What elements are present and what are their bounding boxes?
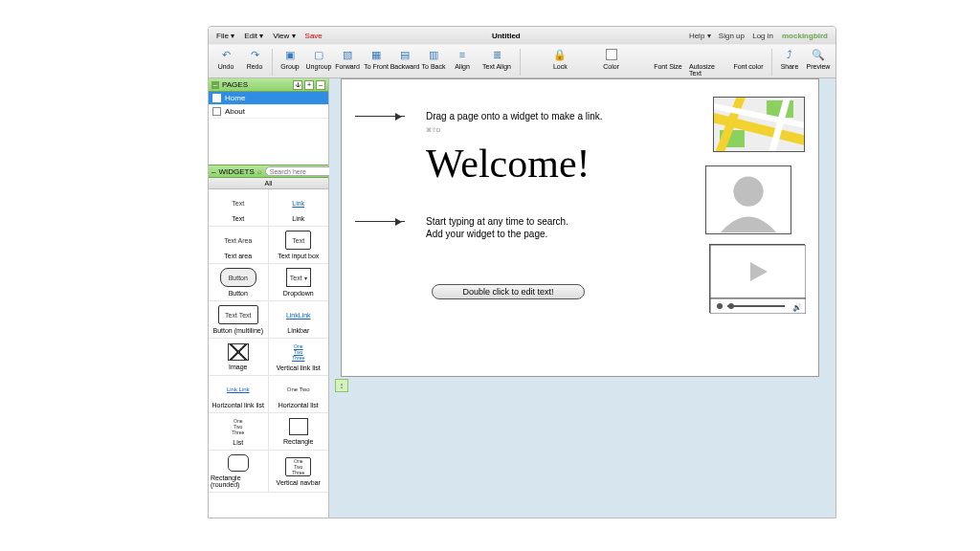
redo-button[interactable]: ↷Redo: [241, 47, 268, 70]
widget-text-area[interactable]: Text AreaText area: [209, 227, 269, 263]
page-lock-icon[interactable]: ⫝: [293, 80, 302, 90]
widget-vertical-link-list[interactable]: OneTwoThreeVertical link list: [269, 339, 329, 375]
menubar: File ▾ Edit ▾ View ▾ Save Untitled Help …: [209, 27, 835, 44]
widget-preview: [228, 343, 249, 361]
autosize-icon: [701, 47, 716, 62]
menu-save[interactable]: Save: [301, 32, 326, 40]
widget-image[interactable]: Image: [209, 339, 269, 375]
brand-logo: mockingbird: [778, 32, 832, 40]
page-del-button[interactable]: –: [316, 80, 325, 90]
artboard[interactable]: Drag a page onto a widget to make a link…: [341, 78, 819, 377]
widget-label: Text input box: [278, 253, 319, 259]
undo-button[interactable]: ↶Undo: [212, 47, 239, 70]
map-widget[interactable]: [713, 97, 805, 152]
arrow-icon: [355, 221, 405, 222]
widget-rectangle-rounded-[interactable]: Rectangle (rounded): [209, 451, 269, 492]
backward-button[interactable]: ▤Backward: [391, 47, 418, 70]
collapse-icon[interactable]: –: [212, 81, 219, 89]
pages-list: Home About: [209, 92, 328, 165]
page-add-button[interactable]: +: [304, 80, 314, 90]
widget-label: Link: [292, 215, 304, 222]
widgets-title: WIDGETS: [218, 167, 254, 176]
menubar-right: Help ▾ Sign up Log in: [686, 32, 776, 40]
widget-dropdown[interactable]: TextDropdown: [269, 264, 329, 300]
widget-label: Button: [229, 290, 248, 297]
preview-icon: 🔍: [811, 47, 826, 62]
align-button[interactable]: ≡Align: [449, 47, 476, 70]
tofront-button[interactable]: ▦To Front: [363, 47, 390, 70]
lock-button[interactable]: 🔒Lock: [546, 47, 573, 70]
menu-help[interactable]: Help ▾: [689, 32, 711, 40]
canvas-area[interactable]: Drag a page onto a widget to make a link…: [329, 78, 835, 518]
group-button[interactable]: ▣Group: [277, 47, 303, 70]
preview-button[interactable]: 🔍Preview: [805, 47, 832, 70]
widget-horizontal-list[interactable]: One TwoHorizontal list: [269, 376, 329, 412]
video-widget[interactable]: 🔊: [709, 244, 805, 313]
page-item-about[interactable]: About: [209, 105, 328, 119]
toolbar: ↶Undo ↷Redo ▣Group ▢Ungroup ▧Forward ▦To…: [209, 44, 835, 78]
widget-preview: Text: [286, 268, 311, 287]
widget-preview: Link Link: [227, 380, 250, 399]
fontcolor-icon: [741, 47, 756, 62]
widget-label: Rectangle (rounded): [211, 474, 266, 488]
widget-preview: [228, 454, 249, 472]
toback-button[interactable]: ▥To Back: [420, 47, 447, 70]
forward-button[interactable]: ▧Forward: [334, 47, 361, 70]
menu-view[interactable]: View ▾: [269, 32, 299, 40]
share-icon: ⤴: [782, 47, 797, 62]
menu-file[interactable]: File ▾: [212, 32, 238, 40]
widget-label: Horizontal list: [278, 402, 319, 408]
resize-handle[interactable]: ↕: [335, 379, 348, 392]
widget-vertical-navbar[interactable]: OneTwoThreeVertical navbar: [269, 451, 329, 492]
menu-edit[interactable]: Edit ▾: [240, 32, 267, 40]
link-login[interactable]: Log in: [752, 32, 773, 40]
widget-link[interactable]: LinkLink: [269, 189, 329, 226]
pages-title: PAGES: [222, 80, 248, 89]
textalign-button[interactable]: ≣Text Align: [478, 47, 516, 70]
widget-label: Horizontal link list: [212, 402, 264, 408]
widget-rectangle[interactable]: Rectangle: [269, 413, 329, 450]
share-button[interactable]: ⤴Share: [776, 47, 803, 70]
ungroup-button[interactable]: ▢Ungroup: [305, 47, 332, 70]
widget-preview: Text Area: [224, 231, 252, 250]
widget-preview: Text: [285, 231, 311, 250]
hint-drag-page: Drag a page onto a widget to make a link…: [426, 110, 603, 137]
widget-preview: LinkLink: [286, 305, 311, 324]
fontsize-button[interactable]: Font Size: [649, 47, 687, 70]
widget-label: Text area: [224, 253, 252, 259]
widget-text[interactable]: TextText: [209, 189, 269, 226]
welcome-heading[interactable]: Welcome!: [426, 141, 590, 187]
widget-label: Dropdown: [283, 290, 314, 297]
fontcolor-button[interactable]: Font color: [729, 47, 768, 70]
arrow-icon: [355, 116, 405, 117]
document-title: Untitled: [328, 32, 684, 40]
widget-button[interactable]: ButtonButton: [209, 264, 269, 300]
textalign-icon: ≣: [489, 47, 504, 62]
widget-list[interactable]: OneTwoThreeList: [209, 413, 269, 450]
widgets-grid: TextTextLinkLinkText AreaText areaTextTe…: [209, 189, 328, 518]
widget-button-multiline-[interactable]: Text TextButton (multiline): [209, 301, 269, 338]
collapse-icon[interactable]: –: [212, 167, 215, 176]
svg-text:🔊: 🔊: [792, 302, 802, 312]
widget-preview: One Two: [287, 380, 310, 399]
editable-button[interactable]: Double click to edit text!: [432, 284, 585, 299]
widget-preview: Text: [232, 193, 244, 212]
pages-panel-header[interactable]: – PAGES ⫝ + –: [209, 78, 328, 92]
widget-label: Vertical link list: [277, 364, 321, 371]
widgets-tab-all[interactable]: All: [209, 178, 328, 189]
widget-label: List: [233, 439, 243, 446]
page-item-home[interactable]: Home: [209, 92, 328, 105]
autosize-button[interactable]: Autosize Text: [689, 47, 727, 77]
widget-label: Text: [232, 215, 244, 222]
search-icon: ⌕: [257, 167, 262, 176]
link-signup[interactable]: Sign up: [719, 32, 745, 40]
lock-icon: 🔒: [552, 47, 568, 62]
widget-linkbar[interactable]: LinkLinkLinkbar: [269, 301, 329, 338]
widget-text-input-box[interactable]: TextText input box: [269, 227, 329, 263]
widget-horizontal-link-list[interactable]: Link LinkHorizontal link list: [209, 376, 269, 412]
avatar-widget[interactable]: [705, 165, 791, 234]
widget-label: Button (multiline): [212, 327, 263, 334]
color-button[interactable]: Color: [598, 47, 625, 70]
widgets-panel-header: – WIDGETS ⌕: [209, 165, 328, 178]
undo-icon: ↶: [218, 47, 234, 62]
